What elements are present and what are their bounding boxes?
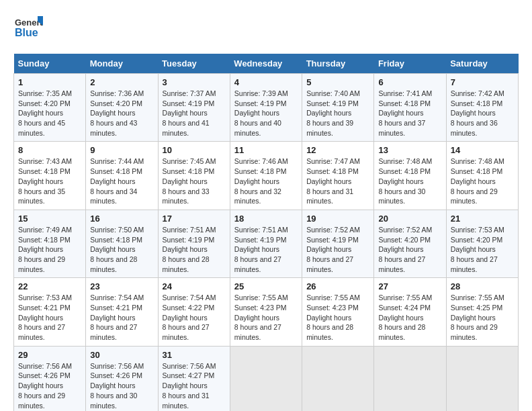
- calendar-day-cell: 8Sunrise: 7:43 AMSunset: 4:18 PMDaylight…: [14, 142, 86, 210]
- calendar-table: SundayMondayTuesdayWednesdayThursdayFrid…: [13, 54, 519, 411]
- calendar-day-cell: 14Sunrise: 7:48 AMSunset: 4:18 PMDayligh…: [446, 142, 518, 210]
- page-header: General Blue: [13, 13, 519, 43]
- day-number: 8: [18, 145, 81, 155]
- calendar-day-cell: 30Sunrise: 7:56 AMSunset: 4:26 PMDayligh…: [86, 346, 158, 411]
- day-number: 1: [18, 77, 81, 87]
- day-info: Sunrise: 7:51 AMSunset: 4:19 PMDaylight …: [163, 225, 226, 274]
- logo-container: General Blue: [13, 13, 43, 43]
- calendar-day-cell: [446, 346, 518, 411]
- day-number: 17: [163, 214, 226, 224]
- day-info: Sunrise: 7:48 AMSunset: 4:18 PMDaylight …: [451, 156, 514, 205]
- day-info: Sunrise: 7:43 AMSunset: 4:18 PMDaylight …: [18, 156, 81, 205]
- day-number: 11: [234, 145, 298, 155]
- calendar-week-row: 8Sunrise: 7:43 AMSunset: 4:18 PMDaylight…: [14, 142, 519, 210]
- day-number: 26: [306, 281, 369, 291]
- day-number: 25: [234, 281, 298, 291]
- calendar-day-cell: 18Sunrise: 7:51 AMSunset: 4:19 PMDayligh…: [230, 210, 302, 277]
- day-info: Sunrise: 7:56 AMSunset: 4:27 PMDaylight …: [163, 361, 226, 410]
- calendar-day-cell: 10Sunrise: 7:45 AMSunset: 4:18 PMDayligh…: [158, 142, 230, 210]
- day-info: Sunrise: 7:44 AMSunset: 4:18 PMDaylight …: [90, 156, 153, 205]
- day-number: 21: [451, 214, 514, 224]
- day-number: 28: [451, 281, 514, 291]
- calendar-week-row: 29Sunrise: 7:56 AMSunset: 4:26 PMDayligh…: [14, 346, 519, 411]
- calendar-day-cell: 11Sunrise: 7:46 AMSunset: 4:18 PMDayligh…: [230, 142, 302, 210]
- day-info: Sunrise: 7:46 AMSunset: 4:18 PMDaylight …: [234, 156, 298, 205]
- calendar-day-cell: 4Sunrise: 7:39 AMSunset: 4:19 PMDaylight…: [230, 74, 302, 142]
- day-number: 2: [90, 77, 153, 87]
- day-info: Sunrise: 7:55 AMSunset: 4:23 PMDaylight …: [234, 293, 298, 342]
- calendar-day-cell: 9Sunrise: 7:44 AMSunset: 4:18 PMDaylight…: [86, 142, 158, 210]
- day-info: Sunrise: 7:55 AMSunset: 4:25 PMDaylight …: [451, 293, 514, 342]
- calendar-day-cell: 7Sunrise: 7:42 AMSunset: 4:18 PMDaylight…: [446, 74, 518, 142]
- calendar-header-row: SundayMondayTuesdayWednesdayThursdayFrid…: [14, 54, 519, 74]
- day-number: 16: [90, 214, 153, 224]
- day-number: 22: [18, 281, 81, 291]
- day-number: 3: [163, 77, 226, 87]
- calendar-day-cell: 24Sunrise: 7:54 AMSunset: 4:22 PMDayligh…: [158, 278, 230, 346]
- day-info: Sunrise: 7:55 AMSunset: 4:23 PMDaylight …: [306, 293, 369, 342]
- day-number: 4: [234, 77, 298, 87]
- day-info: Sunrise: 7:56 AMSunset: 4:26 PMDaylight …: [18, 361, 81, 410]
- day-number: 20: [378, 214, 441, 224]
- logo-graphic: General Blue: [13, 13, 43, 43]
- day-number: 24: [163, 281, 226, 291]
- calendar-day-cell: 25Sunrise: 7:55 AMSunset: 4:23 PMDayligh…: [230, 278, 302, 346]
- calendar-day-cell: 28Sunrise: 7:55 AMSunset: 4:25 PMDayligh…: [446, 278, 518, 346]
- day-of-week-header: Saturday: [446, 54, 518, 74]
- day-number: 6: [378, 77, 441, 87]
- calendar-day-cell: 17Sunrise: 7:51 AMSunset: 4:19 PMDayligh…: [158, 210, 230, 277]
- day-info: Sunrise: 7:54 AMSunset: 4:22 PMDaylight …: [163, 293, 226, 342]
- day-info: Sunrise: 7:56 AMSunset: 4:26 PMDaylight …: [90, 361, 153, 410]
- day-number: 15: [18, 214, 81, 224]
- day-number: 14: [451, 145, 514, 155]
- day-number: 31: [163, 350, 226, 360]
- day-of-week-header: Tuesday: [158, 54, 230, 74]
- day-info: Sunrise: 7:41 AMSunset: 4:18 PMDaylight …: [378, 89, 441, 138]
- calendar-day-cell: 1Sunrise: 7:35 AMSunset: 4:20 PMDaylight…: [14, 74, 86, 142]
- day-number: 12: [306, 145, 369, 155]
- calendar-day-cell: 26Sunrise: 7:55 AMSunset: 4:23 PMDayligh…: [302, 278, 374, 346]
- day-info: Sunrise: 7:47 AMSunset: 4:18 PMDaylight …: [306, 156, 369, 205]
- calendar-day-cell: 13Sunrise: 7:48 AMSunset: 4:18 PMDayligh…: [374, 142, 446, 210]
- calendar-day-cell: 15Sunrise: 7:49 AMSunset: 4:18 PMDayligh…: [14, 210, 86, 277]
- calendar-day-cell: 31Sunrise: 7:56 AMSunset: 4:27 PMDayligh…: [158, 346, 230, 411]
- calendar-day-cell: 2Sunrise: 7:36 AMSunset: 4:20 PMDaylight…: [86, 74, 158, 142]
- day-number: 29: [18, 350, 81, 360]
- day-info: Sunrise: 7:42 AMSunset: 4:18 PMDaylight …: [451, 89, 514, 138]
- calendar-day-cell: 6Sunrise: 7:41 AMSunset: 4:18 PMDaylight…: [374, 74, 446, 142]
- calendar-day-cell: 27Sunrise: 7:55 AMSunset: 4:24 PMDayligh…: [374, 278, 446, 346]
- day-of-week-header: Monday: [86, 54, 158, 74]
- day-info: Sunrise: 7:39 AMSunset: 4:19 PMDaylight …: [234, 89, 298, 138]
- day-info: Sunrise: 7:55 AMSunset: 4:24 PMDaylight …: [378, 293, 441, 342]
- day-number: 7: [451, 77, 514, 87]
- calendar-day-cell: 29Sunrise: 7:56 AMSunset: 4:26 PMDayligh…: [14, 346, 86, 411]
- calendar-day-cell: 22Sunrise: 7:53 AMSunset: 4:21 PMDayligh…: [14, 278, 86, 346]
- day-info: Sunrise: 7:53 AMSunset: 4:21 PMDaylight …: [18, 293, 81, 342]
- svg-text:Blue: Blue: [15, 27, 38, 38]
- day-info: Sunrise: 7:48 AMSunset: 4:18 PMDaylight …: [378, 156, 441, 205]
- calendar-day-cell: 16Sunrise: 7:50 AMSunset: 4:18 PMDayligh…: [86, 210, 158, 277]
- calendar-day-cell: 19Sunrise: 7:52 AMSunset: 4:19 PMDayligh…: [302, 210, 374, 277]
- calendar-day-cell: [374, 346, 446, 411]
- day-number: 5: [306, 77, 369, 87]
- logo: General Blue: [13, 13, 43, 43]
- day-number: 30: [90, 350, 153, 360]
- calendar-day-cell: 3Sunrise: 7:37 AMSunset: 4:19 PMDaylight…: [158, 74, 230, 142]
- day-of-week-header: Sunday: [14, 54, 86, 74]
- calendar-day-cell: 12Sunrise: 7:47 AMSunset: 4:18 PMDayligh…: [302, 142, 374, 210]
- calendar-week-row: 22Sunrise: 7:53 AMSunset: 4:21 PMDayligh…: [14, 278, 519, 346]
- day-info: Sunrise: 7:49 AMSunset: 4:18 PMDaylight …: [18, 225, 81, 274]
- day-number: 23: [90, 281, 153, 291]
- day-number: 19: [306, 214, 369, 224]
- calendar-week-row: 1Sunrise: 7:35 AMSunset: 4:20 PMDaylight…: [14, 74, 519, 142]
- calendar-day-cell: 23Sunrise: 7:54 AMSunset: 4:21 PMDayligh…: [86, 278, 158, 346]
- day-number: 18: [234, 214, 298, 224]
- day-info: Sunrise: 7:45 AMSunset: 4:18 PMDaylight …: [163, 156, 226, 205]
- day-info: Sunrise: 7:37 AMSunset: 4:19 PMDaylight …: [163, 89, 226, 138]
- day-of-week-header: Friday: [374, 54, 446, 74]
- day-info: Sunrise: 7:52 AMSunset: 4:20 PMDaylight …: [378, 225, 441, 274]
- day-info: Sunrise: 7:36 AMSunset: 4:20 PMDaylight …: [90, 89, 153, 138]
- day-number: 27: [378, 281, 441, 291]
- day-info: Sunrise: 7:51 AMSunset: 4:19 PMDaylight …: [234, 225, 298, 274]
- calendar-day-cell: 20Sunrise: 7:52 AMSunset: 4:20 PMDayligh…: [374, 210, 446, 277]
